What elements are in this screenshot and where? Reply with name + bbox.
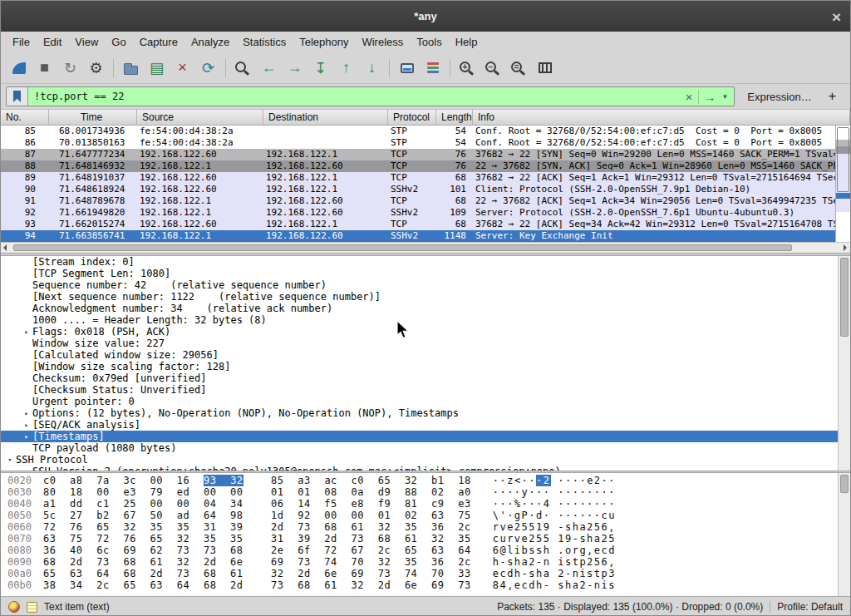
expand-icon[interactable]: ▸ bbox=[21, 409, 32, 417]
go-back-icon[interactable]: ← bbox=[257, 56, 281, 80]
hex-vscrollbar[interactable] bbox=[838, 473, 850, 596]
detail-line[interactable]: [Next sequence number: 1122 (relative se… bbox=[1, 291, 850, 303]
detail-line[interactable]: ▸Options: (12 bytes), No-Operation (NOP)… bbox=[1, 407, 850, 419]
packet-row-94[interactable]: 9471.663856741192.168.122.1192.168.122.6… bbox=[1, 230, 835, 242]
menu-go[interactable]: Go bbox=[105, 33, 132, 51]
packet-list-vscrollbar-thumb[interactable] bbox=[837, 127, 849, 192]
close-file-icon[interactable]: × bbox=[170, 56, 194, 80]
stop-capture-icon[interactable]: ■ bbox=[32, 56, 57, 80]
menu-analyze[interactable]: Analyze bbox=[184, 33, 236, 51]
scroll-right-arrow-icon[interactable] bbox=[844, 244, 847, 251]
detail-line[interactable]: [Checksum Status: Unverified] bbox=[1, 384, 850, 396]
auto-scroll-icon[interactable] bbox=[395, 56, 419, 80]
detail-line[interactable]: ▾SSH Protocol bbox=[1, 454, 850, 466]
menu-file[interactable]: File bbox=[6, 33, 37, 51]
detail-vscrollbar[interactable] bbox=[838, 256, 850, 471]
packet-row-89[interactable]: 8971.648191037192.168.122.60192.168.122.… bbox=[1, 172, 835, 184]
packet-list-hscrollbar-thumb[interactable] bbox=[13, 244, 792, 251]
expand-icon[interactable]: ▸ bbox=[21, 328, 32, 336]
column-header-no[interactable]: No. bbox=[1, 110, 49, 125]
packet-list-vscrollbar[interactable] bbox=[835, 126, 850, 242]
hex-vscrollbar-thumb[interactable] bbox=[840, 475, 849, 493]
packet-row-85[interactable]: 8568.001734936fe:54:00:d4:38:2aSTP54Conf… bbox=[1, 126, 835, 137]
filter-dropdown-icon[interactable]: ▼ bbox=[720, 93, 734, 101]
detail-line[interactable]: Urgent pointer: 0 bbox=[1, 396, 850, 407]
detail-line[interactable]: Window size value: 227 bbox=[1, 338, 850, 349]
go-forward-icon[interactable]: → bbox=[283, 56, 307, 80]
close-window-button[interactable]: × bbox=[832, 8, 841, 24]
packet-list-hscrollbar[interactable] bbox=[1, 242, 850, 253]
detail-line[interactable]: ▸[Timestamps] bbox=[1, 431, 850, 442]
hex-row[interactable]: 008036 40 6c 69 62 73 73 68 2e 6f 72 67 … bbox=[7, 545, 838, 556]
menu-edit[interactable]: Edit bbox=[37, 33, 68, 51]
filter-clear-icon[interactable]: × bbox=[680, 90, 699, 104]
detail-line[interactable]: ▸Flags: 0x018 (PSH, ACK) bbox=[1, 326, 850, 338]
expand-icon[interactable]: ▸ bbox=[21, 432, 32, 441]
packet-row-86[interactable]: 8670.013850163fe:54:00:d4:38:2aSTP54Conf… bbox=[1, 137, 835, 149]
restart-capture-icon[interactable]: ↻ bbox=[58, 56, 82, 80]
menu-telephony[interactable]: Telephony bbox=[293, 33, 355, 51]
menu-wireless[interactable]: Wireless bbox=[355, 33, 410, 51]
expand-icon[interactable]: ▸ bbox=[21, 421, 32, 429]
column-header-destination[interactable]: Destination bbox=[263, 110, 388, 125]
start-capture-icon[interactable] bbox=[7, 56, 31, 80]
menu-tools[interactable]: Tools bbox=[410, 33, 448, 51]
detail-line[interactable]: Acknowledgment number: 34 (relative ack … bbox=[1, 303, 850, 314]
menu-capture[interactable]: Capture bbox=[133, 33, 184, 51]
hex-row[interactable]: 00a065 63 64 68 2d 73 68 61 32 2d 6e 69 … bbox=[7, 568, 838, 579]
packet-row-92[interactable]: 9271.661949820192.168.122.1192.168.122.6… bbox=[1, 207, 835, 219]
column-header-protocol[interactable]: Protocol bbox=[388, 110, 436, 125]
column-header-time[interactable]: Time bbox=[49, 110, 137, 125]
menu-view[interactable]: View bbox=[68, 33, 105, 51]
menu-help[interactable]: Help bbox=[449, 33, 485, 51]
filter-bookmark-button[interactable] bbox=[7, 87, 28, 106]
find-packet-icon[interactable] bbox=[231, 56, 255, 80]
detail-line[interactable]: Checksum: 0x79ed [unverified] bbox=[1, 372, 850, 384]
display-filter-text[interactable]: !tcp.port == 22 bbox=[28, 91, 680, 102]
reload-file-icon[interactable]: ⟳ bbox=[196, 56, 220, 80]
scroll-left-arrow-icon[interactable] bbox=[3, 244, 7, 251]
detail-line[interactable]: [Window size scaling factor: 128] bbox=[1, 361, 850, 372]
capture-comment-icon[interactable] bbox=[27, 602, 37, 613]
detail-line[interactable]: [Stream index: 0] bbox=[1, 256, 850, 268]
go-last-icon[interactable]: ↓ bbox=[360, 56, 384, 80]
hex-row[interactable]: 0020c0 a8 7a 3c 00 16 93 32 85 a3 ac c0 … bbox=[7, 475, 838, 486]
packet-row-93[interactable]: 9371.662015274192.168.122.60192.168.122.… bbox=[1, 219, 835, 230]
detail-line[interactable]: SSH Version 2 (encryption:chacha20-poly1… bbox=[1, 466, 850, 471]
hex-row[interactable]: 006072 76 65 32 35 35 31 39 2d 73 68 61 … bbox=[7, 521, 838, 533]
detail-line[interactable]: ▸[SEQ/ACK analysis] bbox=[1, 419, 850, 431]
hex-row[interactable]: 00505c 27 b2 67 50 ad 64 98 1d 92 00 00 … bbox=[7, 510, 838, 521]
packet-row-87[interactable]: 8771.647777234192.168.122.60192.168.122.… bbox=[1, 149, 835, 160]
column-header-source[interactable]: Source bbox=[137, 110, 263, 125]
detail-line[interactable]: 1000 .... = Header Length: 32 bytes (8) bbox=[1, 314, 850, 326]
hex-row[interactable]: 009068 2d 73 68 61 32 2d 6e 69 73 74 70 … bbox=[7, 556, 838, 568]
packet-row-88[interactable]: 8871.648146932192.168.122.1192.168.122.6… bbox=[1, 160, 835, 172]
column-header-length[interactable]: Length bbox=[436, 110, 473, 125]
hex-row[interactable]: 0040a1 dd c1 25 00 00 04 34 06 14 f5 e8 … bbox=[7, 498, 838, 510]
detail-line[interactable]: TCP payload (1080 bytes) bbox=[1, 442, 850, 454]
hex-row[interactable]: 003080 18 00 e3 79 ed 00 00 01 01 08 0a … bbox=[7, 486, 838, 498]
expert-info-icon[interactable] bbox=[8, 601, 20, 613]
add-filter-button[interactable]: + bbox=[824, 89, 845, 104]
resize-columns-icon[interactable] bbox=[533, 56, 557, 80]
save-file-icon[interactable]: ▤ bbox=[145, 56, 169, 80]
packet-row-90[interactable]: 9071.648618924192.168.122.60192.168.122.… bbox=[1, 184, 835, 195]
go-first-icon[interactable]: ↑ bbox=[334, 56, 358, 80]
detail-line[interactable]: [TCP Segment Len: 1080] bbox=[1, 268, 850, 279]
column-header-info[interactable]: Info bbox=[473, 110, 850, 125]
filter-apply-icon[interactable]: → bbox=[698, 90, 720, 104]
detail-vscrollbar-thumb[interactable] bbox=[840, 258, 849, 337]
menu-statistics[interactable]: Statistics bbox=[236, 33, 293, 51]
profile-label[interactable]: Profile: Default bbox=[777, 601, 843, 613]
zoom-in-icon[interactable]: + bbox=[455, 56, 480, 80]
capture-options-icon[interactable]: ⚙ bbox=[84, 56, 108, 80]
hex-row[interactable]: 00b038 34 2c 65 63 64 68 2d 73 68 61 32 … bbox=[7, 579, 838, 591]
collapse-icon[interactable]: ▾ bbox=[4, 456, 16, 464]
detail-line[interactable]: [Calculated window size: 29056] bbox=[1, 349, 850, 361]
detail-line[interactable]: Sequence number: 42 (relative sequence n… bbox=[1, 279, 850, 291]
zoom-original-icon[interactable]: = bbox=[507, 56, 531, 80]
zoom-out-icon[interactable]: − bbox=[481, 56, 505, 80]
go-to-packet-icon[interactable]: ↧ bbox=[308, 56, 332, 80]
packet-row-91[interactable]: 9171.648789678192.168.122.1192.168.122.6… bbox=[1, 195, 835, 207]
hex-row[interactable]: 007063 75 72 76 65 32 35 35 31 39 2d 73 … bbox=[7, 533, 838, 545]
